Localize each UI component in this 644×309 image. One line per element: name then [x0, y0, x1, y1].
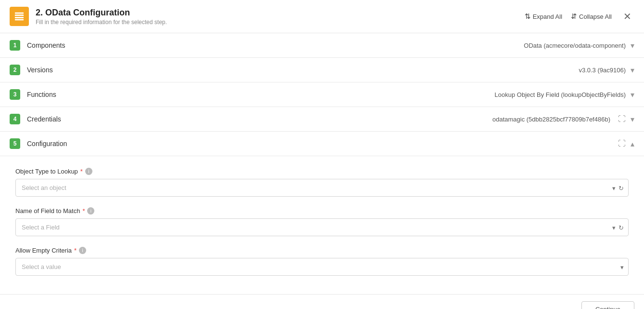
field-group-object-type: Object Type to Lookup * i Select an obje… — [15, 168, 629, 197]
field-group-allow-empty: Allow Empty Criteria * i Select a value … — [15, 247, 629, 276]
expand-all-label: Expand All — [533, 13, 562, 20]
step-label-1: Components — [27, 41, 524, 49]
expand-arrows-icon: ⇅ — [525, 12, 531, 21]
configuration-section: Object Type to Lookup * i Select an obje… — [0, 156, 644, 294]
field-label-object-type: Object Type to Lookup * i — [15, 168, 629, 175]
step-label-5: Configuration — [27, 140, 615, 148]
step-row-5[interactable]: 5 Configuration ⛶ ▴ — [0, 132, 644, 156]
required-star-1: * — [80, 168, 83, 175]
step-value-text-3: Lookup Object By Field (lookupObjectByFi… — [495, 91, 626, 98]
step-chevron-3: ▾ — [631, 90, 634, 99]
header-text: 2. OData Configuration Fill in the requi… — [36, 8, 525, 26]
step-label-4: Credentials — [27, 115, 492, 123]
modal-subtitle: Fill in the required information for the… — [36, 19, 525, 26]
fullscreen-icon-4: ⛶ — [618, 115, 626, 123]
step-chevron-5: ▴ — [631, 139, 634, 148]
step-value-2: v3.0.3 (9ac9106) ▾ — [579, 66, 634, 75]
collapse-arrows-icon: ⇵ — [571, 12, 577, 21]
modal-container: 2. OData Configuration Fill in the requi… — [0, 0, 644, 309]
step-value-1: OData (acmecore/odata-component) ▾ — [524, 41, 634, 50]
field-label-field-name: Name of Field to Match * i — [15, 207, 629, 215]
step-number-1: 1 — [10, 40, 20, 51]
step-row-3[interactable]: 3 Functions Lookup Object By Field (look… — [0, 82, 644, 107]
modal-header: 2. OData Configuration Fill in the requi… — [0, 0, 644, 33]
modal-title: 2. OData Configuration — [36, 8, 525, 18]
header-icon — [10, 7, 29, 26]
field-label-text-allow-empty: Allow Empty Criteria — [15, 247, 72, 254]
expand-all-button[interactable]: ⇅ Expand All — [525, 12, 562, 21]
fullscreen-icon-5: ⛶ — [618, 139, 626, 148]
step-row-1[interactable]: 1 Components OData (acmecore/odata-compo… — [0, 33, 644, 58]
svg-rect-1 — [15, 14, 24, 16]
collapse-all-button[interactable]: ⇵ Collapse All — [571, 12, 612, 21]
step-chevron-2: ▾ — [631, 66, 634, 75]
field-name-select[interactable]: Select a Field — [15, 218, 629, 236]
step-label-2: Versions — [27, 66, 579, 74]
step-row-4[interactable]: 4 Credentials odatamagic (5dbb2825bcf778… — [0, 107, 644, 132]
step-chevron-4: ▾ — [631, 115, 634, 124]
step-chevron-1: ▾ — [631, 41, 634, 50]
required-star-3: * — [74, 247, 77, 254]
step-value-text-2: v3.0.3 (9ac9106) — [579, 67, 626, 74]
step-number-3: 3 — [10, 89, 20, 100]
field-label-text-object-type: Object Type to Lookup — [15, 168, 78, 175]
allow-empty-select[interactable]: Select a value True False — [15, 258, 629, 276]
select-wrapper-object-type: Select an object ▾ ↻ — [15, 179, 629, 197]
step-value-4: odatamagic (5dbb2825bcf77809b7ef486b) ⛶ … — [492, 115, 634, 124]
svg-rect-0 — [15, 13, 24, 14]
info-icon-1[interactable]: i — [85, 168, 92, 175]
list-icon — [14, 11, 25, 22]
svg-rect-2 — [15, 17, 24, 18]
step-number-5: 5 — [10, 138, 20, 149]
step-value-3: Lookup Object By Field (lookupObjectByFi… — [495, 90, 634, 99]
required-star-2: * — [82, 207, 85, 215]
modal-footer: Continue — [0, 294, 644, 309]
step-label-3: Functions — [27, 91, 495, 98]
field-label-allow-empty: Allow Empty Criteria * i — [15, 247, 629, 254]
info-icon-3[interactable]: i — [79, 247, 86, 254]
step-value-text-4: odatamagic (5dbb2825bcf77809b7ef486b) — [492, 116, 610, 123]
step-value-5: ⛶ ▴ — [615, 139, 634, 148]
continue-button[interactable]: Continue — [581, 301, 634, 309]
svg-rect-3 — [15, 19, 24, 21]
field-label-text-field-name: Name of Field to Match — [15, 207, 80, 215]
select-wrapper-allow-empty: Select a value True False ▾ — [15, 258, 629, 276]
collapse-all-label: Collapse All — [579, 13, 612, 20]
field-group-field-name: Name of Field to Match * i Select a Fiel… — [15, 207, 629, 236]
step-value-text-1: OData (acmecore/odata-component) — [524, 42, 626, 49]
step-number-4: 4 — [10, 114, 20, 124]
step-row-2[interactable]: 2 Versions v3.0.3 (9ac9106) ▾ — [0, 58, 644, 82]
header-actions: ⇅ Expand All ⇵ Collapse All ✕ — [525, 11, 634, 22]
step-number-2: 2 — [10, 65, 20, 75]
modal-body: 1 Components OData (acmecore/odata-compo… — [0, 33, 644, 294]
close-button[interactable]: ✕ — [620, 11, 634, 22]
object-type-select[interactable]: Select an object — [15, 179, 629, 197]
info-icon-2[interactable]: i — [87, 207, 94, 215]
select-wrapper-field-name: Select a Field ▾ ↻ — [15, 218, 629, 236]
